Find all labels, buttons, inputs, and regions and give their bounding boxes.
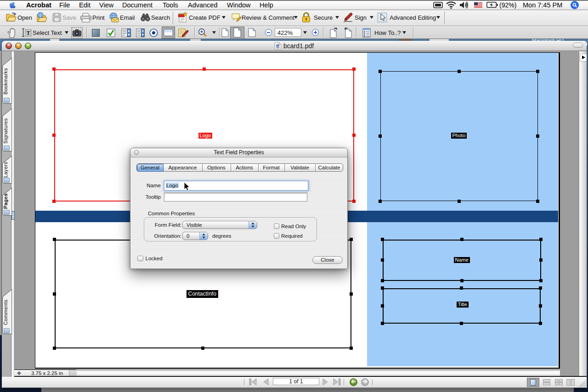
svg-text:T: T — [26, 30, 30, 36]
svg-text:PDF: PDF — [276, 47, 280, 49]
